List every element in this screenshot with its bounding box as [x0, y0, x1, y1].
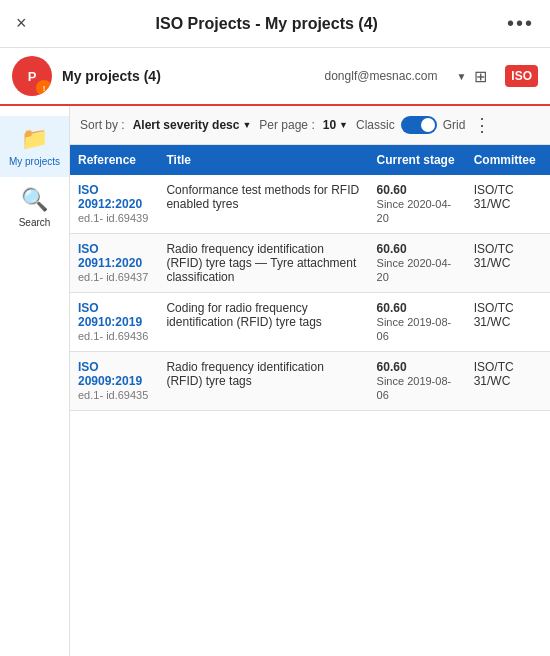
top-nav: P ! My projects (4) donglf@mesnac.com ▼ …	[0, 48, 550, 106]
reference-sub-1: ed.1- id.69437	[78, 271, 148, 283]
per-page-arrow-icon: ▼	[339, 120, 348, 130]
per-page-label: Per page :	[259, 118, 314, 132]
toggle-knob	[421, 118, 435, 132]
cell-reference-1: ISO 20911:2020 ed.1- id.69437	[70, 234, 158, 293]
grid-label: Grid	[443, 118, 466, 132]
cell-title-1: Radio frequency identification (RFID) ty…	[158, 234, 368, 293]
cell-stage-1: 60.60 Since 2020-04-20	[369, 234, 466, 293]
user-avatar[interactable]: P !	[12, 56, 52, 96]
sort-by-arrow-icon: ▼	[242, 120, 251, 130]
cell-committee-1: ISO/TC 31/WC	[466, 234, 550, 293]
col-title: Title	[158, 145, 368, 175]
close-button[interactable]: ×	[16, 13, 27, 34]
reference-link-3[interactable]: ISO 20909:2019	[78, 360, 150, 388]
sidebar: 📁 My projects 🔍 Search	[0, 106, 70, 656]
content-area: Sort by : Alert severity desc ▼ Per page…	[70, 106, 550, 656]
projects-table-container: Reference Title Current stage Committee …	[70, 145, 550, 656]
stage-code-3: 60.60	[377, 360, 407, 374]
title-bar: × ISO Projects - My projects (4) •••	[0, 0, 550, 48]
search-icon: 🔍	[21, 187, 48, 213]
sort-by-value: Alert severity desc	[133, 118, 240, 132]
col-committee: Committee	[466, 145, 550, 175]
user-email: donglf@mesnac.com	[325, 69, 438, 83]
reference-link-2[interactable]: ISO 20910:2019	[78, 301, 150, 329]
cell-title-2: Coding for radio frequency identificatio…	[158, 293, 368, 352]
committee-value-3: ISO/TC 31/WC	[474, 360, 514, 388]
col-reference: Reference	[70, 145, 158, 175]
my-projects-icon: 📁	[21, 126, 48, 152]
sort-by-select[interactable]: Alert severity desc ▼	[133, 118, 252, 132]
per-page-select[interactable]: 10 ▼	[323, 118, 348, 132]
page-title: ISO Projects - My projects (4)	[156, 15, 378, 33]
stage-code-0: 60.60	[377, 183, 407, 197]
toolbar: Sort by : Alert severity desc ▼ Per page…	[70, 106, 550, 145]
reference-sub-3: ed.1- id.69435	[78, 389, 148, 401]
stage-since-0: Since 2020-04-20	[377, 198, 452, 224]
cell-committee-2: ISO/TC 31/WC	[466, 293, 550, 352]
cell-stage-0: 60.60 Since 2020-04-20	[369, 175, 466, 234]
cell-stage-3: 60.60 Since 2019-08-06	[369, 352, 466, 411]
per-page-value: 10	[323, 118, 336, 132]
reference-sub-2: ed.1- id.69436	[78, 330, 148, 342]
grid-view-icon[interactable]: ⊞	[474, 67, 487, 86]
sort-by-label: Sort by :	[80, 118, 125, 132]
iso-logo: ISO	[505, 65, 538, 87]
cell-reference-2: ISO 20910:2019 ed.1- id.69436	[70, 293, 158, 352]
cell-title-0: Conformance test methods for RFID enable…	[158, 175, 368, 234]
toolbar-more-button[interactable]: ⋮	[473, 114, 491, 136]
nav-projects-label: My projects (4)	[62, 68, 325, 84]
col-current-stage: Current stage	[369, 145, 466, 175]
cell-reference-0: ISO 20912:2020 ed.1- id.69439	[70, 175, 158, 234]
table-row: ISO 20912:2020 ed.1- id.69439 Conformanc…	[70, 175, 550, 234]
cell-committee-3: ISO/TC 31/WC	[466, 352, 550, 411]
more-button[interactable]: •••	[507, 12, 534, 35]
reference-link-0[interactable]: ISO 20912:2020	[78, 183, 150, 211]
cell-stage-2: 60.60 Since 2019-08-06	[369, 293, 466, 352]
stage-code-2: 60.60	[377, 301, 407, 315]
table-row: ISO 20911:2020 ed.1- id.69437 Radio freq…	[70, 234, 550, 293]
reference-sub-0: ed.1- id.69439	[78, 212, 148, 224]
classic-label: Classic	[356, 118, 395, 132]
sidebar-item-search[interactable]: 🔍 Search	[0, 177, 69, 238]
table-row: ISO 20910:2019 ed.1- id.69436 Coding for…	[70, 293, 550, 352]
stage-code-1: 60.60	[377, 242, 407, 256]
cell-reference-3: ISO 20909:2019 ed.1- id.69435	[70, 352, 158, 411]
committee-value-1: ISO/TC 31/WC	[474, 242, 514, 270]
view-toggle-container: Classic Grid	[356, 116, 465, 134]
sidebar-item-my-projects-label: My projects	[9, 156, 60, 167]
main-layout: 📁 My projects 🔍 Search Sort by : Alert s…	[0, 106, 550, 656]
stage-since-3: Since 2019-08-06	[377, 375, 452, 401]
classic-grid-toggle[interactable]	[401, 116, 437, 134]
stage-since-1: Since 2020-04-20	[377, 257, 452, 283]
notification-badge: !	[36, 80, 52, 96]
cell-committee-0: ISO/TC 31/WC	[466, 175, 550, 234]
stage-since-2: Since 2019-08-06	[377, 316, 452, 342]
committee-value-0: ISO/TC 31/WC	[474, 183, 514, 211]
table-row: ISO 20909:2019 ed.1- id.69435 Radio freq…	[70, 352, 550, 411]
email-dropdown-icon[interactable]: ▼	[456, 71, 466, 82]
cell-title-3: Radio frequency identification (RFID) ty…	[158, 352, 368, 411]
committee-value-2: ISO/TC 31/WC	[474, 301, 514, 329]
projects-table: Reference Title Current stage Committee …	[70, 145, 550, 411]
table-header-row: Reference Title Current stage Committee	[70, 145, 550, 175]
sidebar-item-search-label: Search	[19, 217, 51, 228]
sidebar-item-my-projects[interactable]: 📁 My projects	[0, 116, 69, 177]
reference-link-1[interactable]: ISO 20911:2020	[78, 242, 150, 270]
